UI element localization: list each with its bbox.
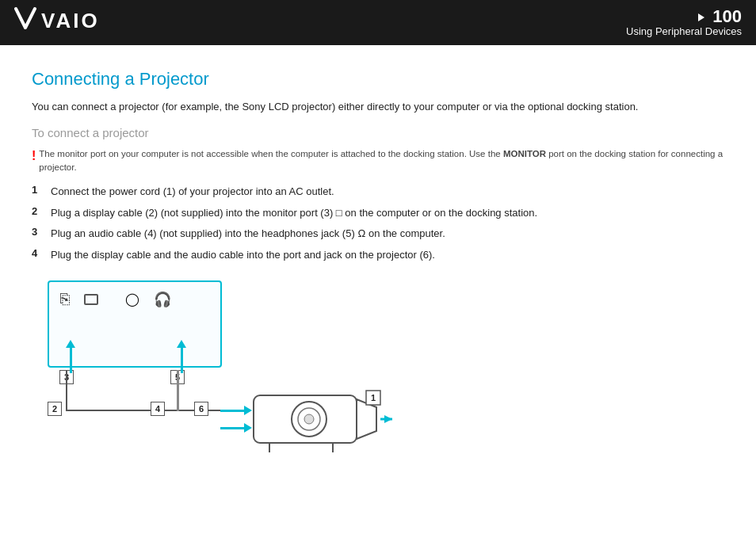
header-arrow-icon	[698, 13, 704, 21]
step-4-text: Plug the display cable and the audio cab…	[51, 247, 435, 263]
header: VAIO 100 Using Peripheral Devices	[0, 0, 756, 45]
step-3: 3 Plug an audio cable (4) (not supplied)…	[32, 226, 724, 242]
header-right: 100 Using Peripheral Devices	[626, 8, 742, 37]
page-title-text: Using Peripheral Devices	[626, 25, 742, 37]
step-4-num: 4	[32, 247, 43, 259]
steps-list: 1 Connect the power cord (1) of your pro…	[32, 184, 724, 262]
label-4: 4	[151, 402, 165, 416]
sub-heading: To connect a projector	[32, 126, 724, 139]
vaio-logo: VAIO	[14, 6, 101, 40]
monitor-port-icon: ⎘	[60, 290, 70, 308]
arrow-shaft-3	[70, 348, 72, 373]
page-number-text: 100	[712, 6, 742, 26]
warning-block: ! The monitor port on your computer is n…	[32, 147, 724, 175]
warning-text: The monitor port on your computer is not…	[39, 147, 724, 175]
cable-v-5b	[177, 394, 179, 411]
step-2-text: Plug a display cable (2) (not supplied) …	[51, 205, 537, 221]
svg-marker-11	[384, 415, 392, 423]
main-content: Connecting a Projector You can connect a…	[0, 45, 756, 459]
cable-v-3	[66, 370, 67, 411]
arrow-shaft-5	[181, 348, 183, 373]
step-4: 4 Plug the display cable and the audio c…	[32, 247, 724, 263]
cable-v-5	[177, 370, 179, 394]
step-1-text: Connect the power cord (1) of your proje…	[51, 184, 334, 200]
step-2-num: 2	[32, 205, 43, 217]
label-6: 6	[194, 402, 208, 416]
step-3-text: Plug an audio cable (4) (not supplied) i…	[51, 226, 445, 242]
step-1: 1 Connect the power cord (1) of your pro…	[32, 184, 724, 200]
arrow-head-up-5	[177, 340, 186, 348]
arrow-shaft-audio	[220, 427, 244, 429]
svg-point-4	[304, 414, 314, 424]
label-2: 2	[48, 402, 62, 416]
section-title: Connecting a Projector	[32, 69, 724, 90]
audio-jack-icon: ◯	[125, 292, 139, 307]
step-1-num: 1	[32, 184, 43, 196]
projector-diagram: 1	[246, 380, 404, 459]
arrow-head-up-3	[66, 340, 75, 348]
svg-text:1: 1	[371, 393, 376, 402]
step-3-num: 3	[32, 226, 43, 238]
arrow-up-5	[177, 340, 186, 373]
arrow-up-3	[66, 340, 75, 373]
diagram-area: ⎘ ◯ 🎧 3 5	[32, 277, 444, 443]
step-2: 2 Plug a display cable (2) (not supplied…	[32, 205, 724, 221]
headphone-icon: 🎧	[154, 291, 171, 308]
svg-text:VAIO: VAIO	[41, 9, 100, 32]
warning-bold: MONITOR	[503, 149, 546, 158]
port-row: ⎘ ◯ 🎧	[49, 282, 220, 316]
arrow-shaft-display	[220, 410, 244, 412]
intro-text: You can connect a projector (for example…	[32, 99, 724, 115]
square-port-icon	[84, 294, 98, 305]
warning-text-before: The monitor port on your computer is not…	[39, 149, 503, 158]
page-number: 100	[626, 8, 742, 25]
warning-icon: !	[32, 147, 36, 165]
